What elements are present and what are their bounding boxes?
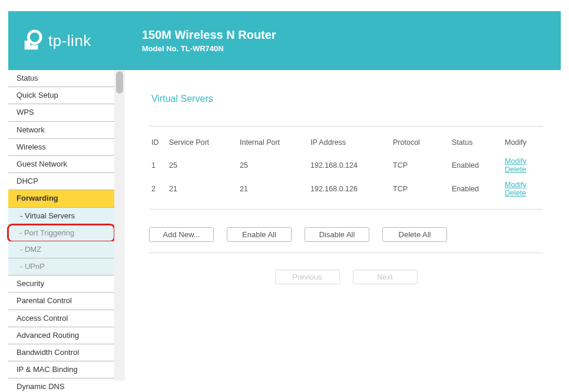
cell-ip: 192.168.0.124 [308,154,391,177]
col-service-port: Service Port [167,135,237,154]
sidebar-item-status[interactable]: Status [8,70,114,87]
delete-all-button[interactable]: Delete All [382,227,447,242]
previous-button[interactable]: Previous [275,270,340,284]
table-row: 2 21 21 192.168.0.126 TCP Enabled Modify… [149,177,543,201]
header: tp-link 150M Wireless N Router Model No.… [8,11,561,70]
sidebar-item-dhcp[interactable]: DHCP [8,173,114,190]
next-button[interactable]: Next [353,270,418,284]
col-protocol: Protocol [391,135,449,154]
pager-row: Previous Next [149,270,543,284]
product-title: 150M Wireless N Router [142,28,276,42]
page-title: Virtual Servers [149,94,543,104]
sidebar-item-ip-mac-binding[interactable]: IP & MAC Binding [8,361,114,378]
cell-status: Enabled [449,177,502,201]
brand-text: tp-link [48,32,91,50]
sidebar: Status Quick Setup WPS Network Wireless … [8,70,114,381]
sidebar-item-access-control[interactable]: Access Control [8,310,114,327]
tplink-icon [21,29,44,52]
cell-actions: Modify Delete [502,154,543,177]
delete-link[interactable]: Delete [505,165,526,174]
svg-rect-1 [25,41,31,49]
sidebar-sub-upnp[interactable]: - UPnP [8,258,114,275]
col-modify: Modify [502,135,543,154]
cell-status: Enabled [449,154,502,177]
scrollbar-thumb[interactable] [116,71,123,94]
cell-id: 2 [149,177,167,201]
sidebar-item-wps[interactable]: WPS [8,104,114,121]
cell-internal-port: 21 [237,177,308,201]
col-status: Status [449,135,502,154]
body: Status Quick Setup WPS Network Wireless … [8,70,561,381]
table-header-row: ID Service Port Internal Port IP Address… [149,135,543,154]
divider [149,126,543,127]
disable-all-button[interactable]: Disable All [305,227,369,242]
sidebar-sub-virtual-servers[interactable]: - Virtual Servers [8,208,114,225]
table-row: 1 25 25 192.168.0.124 TCP Enabled Modify… [149,154,543,177]
content-pane: Virtual Servers ID Service Port Internal… [125,70,561,381]
action-button-row: Add New... Enable All Disable All Delete… [149,227,543,253]
col-id: ID [149,135,167,154]
sidebar-item-wireless[interactable]: Wireless [8,139,114,156]
svg-point-0 [28,31,41,44]
sidebar-scrollbar[interactable] [114,70,125,381]
cell-actions: Modify Delete [502,177,543,201]
sidebar-sub-dmz[interactable]: - DMZ [8,241,114,258]
sidebar-wrap: Status Quick Setup WPS Network Wireless … [8,70,125,381]
add-new-button[interactable]: Add New... [149,227,214,242]
cell-id: 1 [149,154,167,177]
svg-rect-2 [30,45,38,50]
col-ip: IP Address [308,135,391,154]
cell-ip: 192.168.0.126 [308,177,391,201]
header-titles: 150M Wireless N Router Model No. TL-WR74… [142,28,276,53]
cell-protocol: TCP [391,177,449,201]
sidebar-item-bandwidth-control[interactable]: Bandwidth Control [8,344,114,361]
col-internal-port: Internal Port [237,135,308,154]
brand-logo: tp-link [21,29,136,52]
sidebar-item-network[interactable]: Network [8,122,114,139]
cell-protocol: TCP [391,154,449,177]
app-window: tp-link 150M Wireless N Router Model No.… [0,0,569,392]
cell-internal-port: 25 [237,154,308,177]
sidebar-item-security[interactable]: Security [8,275,114,293]
modify-link[interactable]: Modify [505,181,527,189]
sidebar-item-parental-control[interactable]: Parental Control [8,293,114,310]
delete-link[interactable]: Delete [505,189,526,197]
sidebar-item-forwarding[interactable]: Forwarding [8,190,114,207]
cell-service-port: 21 [167,177,237,201]
sidebar-item-advanced-routing[interactable]: Advanced Routing [8,327,114,344]
cell-service-port: 25 [167,154,237,177]
divider [149,209,543,210]
product-model: Model No. TL-WR740N [142,44,276,53]
sidebar-sub-port-triggering[interactable]: - Port Triggering [7,224,115,242]
sidebar-item-quick-setup[interactable]: Quick Setup [8,87,114,104]
virtual-servers-table: ID Service Port Internal Port IP Address… [149,135,543,201]
divider [149,253,543,253]
sidebar-item-guest-network[interactable]: Guest Network [8,156,114,173]
sidebar-item-dynamic-dns[interactable]: Dynamic DNS [8,378,114,392]
enable-all-button[interactable]: Enable All [227,227,292,242]
modify-link[interactable]: Modify [505,157,527,165]
